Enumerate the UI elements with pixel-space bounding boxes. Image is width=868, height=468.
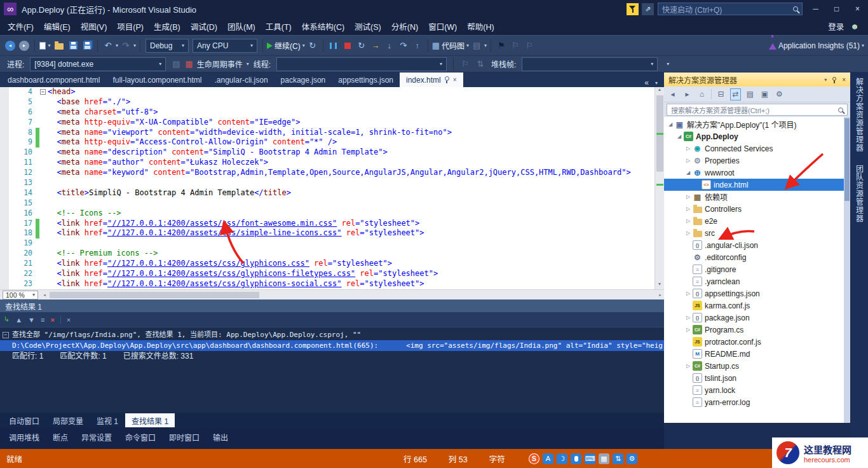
ime-settings-icon[interactable]: ⚙ — [627, 453, 637, 464]
sign-in-link[interactable]: 登录 — [822, 20, 850, 32]
code-line[interactable]: 12 <meta name="keyword" content="Bootstr… — [0, 168, 654, 178]
code-line[interactable]: 21 <link href="//127.0.0.1:4200/assets/c… — [0, 259, 654, 269]
code-editor[interactable]: 4−<head>5 <base href="./">6 <meta charse… — [0, 87, 664, 289]
menu-item[interactable]: 生成(B) — [149, 17, 186, 36]
menu-item[interactable]: 编辑(E) — [39, 17, 76, 36]
tree-item[interactable]: ▷src — [664, 227, 850, 239]
breakpoint-margin[interactable] — [0, 269, 9, 279]
save-icon[interactable] — [67, 38, 79, 53]
tool-tab[interactable]: 断点 — [46, 430, 74, 444]
tool-tab[interactable]: 局部变量 — [46, 413, 90, 427]
tree-item[interactable]: MREADME.md — [664, 348, 850, 360]
sync-with-active-icon[interactable]: ⇄ — [730, 88, 741, 100]
tool-tab[interactable]: 查找结果 1 — [125, 413, 175, 427]
code-line[interactable]: 19 — [0, 238, 654, 249]
ime-punctuation-icon[interactable]: ☽ — [557, 453, 567, 464]
tree-item[interactable]: ≡yarn.lock — [664, 384, 850, 396]
expander-icon[interactable]: ◢ — [667, 121, 674, 127]
minimize-button[interactable]: ─ — [805, 0, 826, 18]
restart-debug-icon[interactable]: ↻ — [355, 38, 368, 53]
close-results-icon[interactable]: × — [67, 316, 71, 324]
breakpoint-margin[interactable] — [0, 249, 9, 259]
editor-hscrollbar[interactable]: 100 %▾ ◂ ▸ — [0, 289, 664, 299]
document-tab[interactable]: package.json — [275, 72, 332, 87]
breakpoint-margin[interactable] — [0, 148, 9, 158]
code-line[interactable]: 14 <title>SimpliQ - Bootstrap 4 Admin Te… — [0, 188, 654, 198]
next-bookmark-icon[interactable]: ⚐ — [523, 38, 536, 53]
collapse-results-icon[interactable]: − — [3, 332, 9, 338]
zoom-dropdown[interactable]: 100 %▾ — [3, 291, 38, 299]
tree-item[interactable]: {}tslint.json — [664, 372, 850, 384]
tool-tab[interactable]: 监视 1 — [90, 413, 125, 427]
tool-tab[interactable]: 即时窗口 — [163, 430, 206, 444]
pin-icon[interactable] — [832, 77, 836, 81]
save-all-icon[interactable] — [81, 38, 93, 53]
code-line[interactable]: 23 <link href="//127.0.0.1:4200/assets/c… — [0, 279, 654, 289]
code-line[interactable]: 6 <meta charset="utf-8"> — [0, 107, 654, 118]
breakpoint-margin[interactable] — [0, 87, 9, 97]
code-line[interactable]: 5 <base href="./"> — [0, 97, 654, 107]
stack-frame-dropdown[interactable]: ▾ — [522, 57, 658, 71]
undo-icon[interactable]: ↶ — [102, 38, 114, 53]
tree-item[interactable]: ◢⊕wwwroot — [664, 167, 850, 179]
expander-icon[interactable]: ▷ — [684, 327, 692, 333]
tool-tab[interactable]: 异常设置 — [75, 430, 118, 444]
thread-updown-icon[interactable]: ⇅ — [474, 57, 487, 72]
close-panel-icon[interactable]: × — [842, 76, 846, 83]
tree-item[interactable]: ▷C#Startup.cs — [664, 360, 850, 372]
scroll-down-icon[interactable]: ▼ — [658, 282, 662, 289]
tree-item[interactable]: JSkarma.conf.js — [664, 299, 850, 312]
clear-results-icon[interactable]: ≡ — [41, 316, 44, 324]
send-feedback-icon[interactable]: ⇗ — [642, 3, 654, 15]
pin-icon[interactable] — [445, 76, 449, 81]
toolbar-overflow-icon[interactable]: ▾ — [661, 57, 674, 72]
code-line[interactable]: 20 <!-- Premium icons --> — [0, 249, 654, 259]
ime-skin-icon[interactable]: ▦ — [599, 453, 609, 464]
document-tab[interactable]: appsettings.json — [332, 72, 400, 87]
nav-back-icon[interactable]: ◂ — [4, 38, 17, 53]
document-tab[interactable]: index.html× — [400, 72, 463, 87]
tree-item[interactable]: ≡yarn-error.log — [664, 396, 850, 408]
tree-item[interactable]: {}.angular-cli.json — [664, 239, 850, 251]
menu-item[interactable]: 分析(N) — [386, 17, 423, 36]
continue-button[interactable]: 继续(C)▾ — [267, 38, 305, 53]
collapse-all-icon[interactable]: ⊟ — [715, 88, 726, 100]
next-result-icon[interactable]: ▼ — [28, 316, 35, 324]
sogou-icon[interactable]: S — [529, 453, 539, 464]
expander-icon[interactable]: ◢ — [675, 134, 683, 139]
breakpoint-margin[interactable] — [0, 137, 9, 148]
thread-dropdown[interactable]: ▾ — [276, 57, 447, 71]
tree-item[interactable]: ▷◉Connected Services — [664, 142, 850, 155]
tree-item[interactable]: ◢▣解决方案"App.Deploy"(1 个项目) — [664, 118, 850, 130]
redo-caret-icon[interactable]: ▾ — [133, 43, 136, 48]
show-all-files-icon[interactable]: ▤ — [745, 88, 756, 100]
lifecycle-events-button[interactable]: ▦生命周期事件▾ — [185, 57, 248, 72]
side-tab[interactable]: 解决方案资源管理器 — [854, 78, 865, 152]
back-icon[interactable]: ◂ — [667, 88, 678, 100]
window-position-caret-icon[interactable]: ▾ — [824, 77, 827, 83]
menu-item[interactable]: 项目(P) — [112, 17, 149, 36]
expander-icon[interactable]: ▷ — [684, 158, 692, 163]
menu-item[interactable]: 视图(V) — [76, 17, 112, 36]
document-tab[interactable]: .angular-cli.json — [208, 72, 275, 87]
home-icon[interactable]: ⌂ — [696, 88, 707, 100]
tree-item[interactable]: ⚙.editorconfig — [664, 251, 850, 263]
solution-search-input[interactable]: 搜索解决方案资源管理器(Ctrl+;) — [667, 104, 848, 116]
scroll-up-icon[interactable]: ▲ — [658, 87, 662, 95]
show-next-statement-icon[interactable]: → — [369, 38, 382, 53]
side-tab[interactable]: 团队资源管理器 — [854, 165, 865, 223]
code-line[interactable]: 15 — [0, 198, 654, 209]
breakpoint-margin[interactable] — [0, 128, 9, 138]
process-dropdown[interactable]: [9384] dotnet.exe▾ — [30, 57, 166, 71]
scroll-right-icon[interactable]: ▸ — [656, 292, 664, 298]
breakpoint-margin[interactable] — [0, 97, 9, 107]
goto-location-icon[interactable]: ↳ — [4, 315, 10, 324]
document-tab[interactable]: full-layout.component.html — [106, 72, 208, 87]
properties-icon[interactable]: ⚙ — [774, 88, 785, 100]
prev-result-icon[interactable]: ▲ — [15, 316, 22, 324]
forward-icon[interactable]: ▸ — [682, 88, 693, 100]
quick-launch-input[interactable]: 快速启动 (Ctrl+Q) — [658, 3, 803, 15]
code-line[interactable]: 7 <meta http-equiv="X-UA-Compatible" con… — [0, 118, 654, 128]
code-map-button[interactable]: ▦代码图▾ — [432, 38, 469, 53]
solution-explorer-header[interactable]: 解决方案资源管理器 ▾ × — [664, 72, 850, 86]
